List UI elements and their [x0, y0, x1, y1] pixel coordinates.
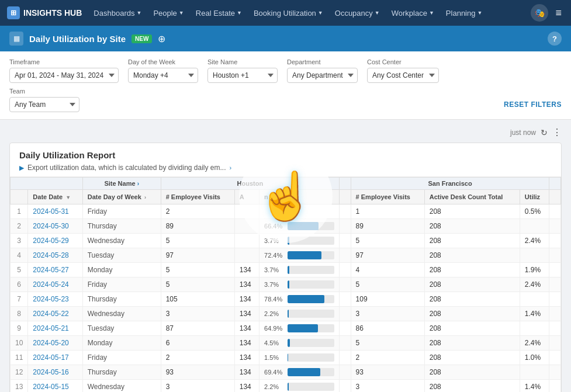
table-row: 12 2024-05-16 Thursday 93 134 69.4% 93 2… [11, 365, 561, 380]
row-houston-visits: 97 [161, 248, 234, 263]
row-sf-desk: 208 [424, 336, 520, 351]
row-sf-visits: 109 [351, 292, 424, 307]
row-houston-active [234, 219, 259, 234]
more-options-button[interactable]: ⋮ [552, 127, 562, 138]
th-houston-active[interactable]: A [234, 190, 259, 204]
row-sf-visits: 2 [351, 351, 424, 365]
row-day: Tuesday [82, 321, 161, 336]
row-utiliz [520, 321, 549, 336]
row-end [549, 321, 561, 336]
row-utiliz: 1.9% [520, 263, 549, 277]
day-select[interactable]: Monday +4 [128, 68, 198, 83]
th-houston-visits[interactable]: # Employee Visits [161, 190, 234, 204]
th-date[interactable]: Date Date ▼ [28, 190, 82, 204]
row-sf-desk: 208 [424, 307, 520, 321]
nav-booking-utilization[interactable]: Booking Utilization ▼ [249, 6, 328, 20]
export-row[interactable]: ▶ Export utilization data, which is calc… [19, 164, 552, 172]
row-num: 6 [11, 277, 28, 292]
row-end [549, 263, 561, 277]
row-houston-active: 134 [234, 292, 259, 307]
nav-planning[interactable]: Planning ▼ [441, 6, 487, 20]
row-houston-active [234, 204, 259, 219]
row-houston-active: 134 [234, 351, 259, 365]
row-date[interactable]: 2024-05-31 [28, 204, 82, 219]
row-date[interactable]: 2024-05-16 [28, 365, 82, 380]
row-utiliz [520, 219, 549, 234]
row-date[interactable]: 2024-05-27 [28, 263, 82, 277]
row-date[interactable]: 2024-05-21 [28, 321, 82, 336]
row-houston-rate: 4.5% [259, 336, 340, 351]
row-num: 13 [11, 380, 28, 393]
row-houston-rate: 3.7% [259, 263, 340, 277]
row-date[interactable]: 2024-05-15 [28, 380, 82, 393]
row-sf-desk: 208 [424, 380, 520, 393]
col-group-site-name: Site Name › [82, 178, 161, 190]
row-day: Friday [82, 204, 161, 219]
nav-icons: 🎭 ≡ [531, 4, 564, 22]
table-row: 10 2024-05-20 Monday 6 134 4.5% 5 208 2.… [11, 336, 561, 351]
row-houston-rate: 78.4% [259, 292, 340, 307]
department-filter: Department Any Department [287, 58, 358, 83]
row-date[interactable]: 2024-05-30 [28, 219, 82, 234]
row-sf-desk: 208 [424, 219, 520, 234]
site-select[interactable]: Houston +1 [207, 68, 278, 83]
th-sf-utiliz[interactable]: Utiliz [520, 190, 549, 204]
row-houston-active: 134 [234, 263, 259, 277]
th-sf-visits[interactable]: # Employee Visits [351, 190, 424, 204]
th-day[interactable]: Date Day of Week › [82, 190, 161, 204]
row-mid [340, 336, 351, 351]
dept-select[interactable]: Any Department [287, 68, 358, 83]
hamburger-menu[interactable]: ≡ [553, 5, 564, 22]
refresh-button[interactable]: ↻ [541, 128, 548, 137]
nav-people-arrow: ▼ [179, 10, 184, 16]
row-end [549, 219, 561, 234]
row-sf-desk: 208 [424, 248, 520, 263]
row-mid [340, 248, 351, 263]
row-date[interactable]: 2024-05-24 [28, 277, 82, 292]
row-date[interactable]: 2024-05-20 [28, 336, 82, 351]
nav-occupancy-arrow: ▼ [375, 10, 380, 16]
table-row: 4 2024-05-28 Tuesday 97 72.4% 97 208 [11, 248, 561, 263]
row-day: Monday [82, 263, 161, 277]
nav-occupancy[interactable]: Occupancy ▼ [330, 6, 385, 20]
row-num: 4 [11, 248, 28, 263]
col-group-mid [340, 178, 351, 190]
nav-planning-arrow: ▼ [477, 10, 482, 16]
timeframe-label: Timeframe [9, 58, 119, 65]
row-houston-active: 134 [234, 336, 259, 351]
timeframe-select[interactable]: Apr 01, 2024 - May 31, 2024 [9, 68, 119, 83]
row-date[interactable]: 2024-05-17 [28, 351, 82, 365]
nav-people[interactable]: People ▼ [148, 6, 188, 20]
nav-dashboards[interactable]: Dashboards ▼ [89, 6, 146, 20]
profile-icon-button[interactable]: 🎭 [531, 4, 548, 22]
th-houston-rate[interactable]: n Rate(%) [259, 190, 340, 204]
nav-real-estate[interactable]: Real Estate ▼ [191, 6, 247, 20]
row-end [549, 351, 561, 365]
brand-icon: ⊞ [7, 6, 20, 19]
row-sf-desk: 208 [424, 204, 520, 219]
day-of-week-filter: Day of the Week Monday +4 [128, 58, 198, 83]
th-mid-spacer [340, 190, 351, 204]
row-houston-active: 134 [234, 277, 259, 292]
row-num: 12 [11, 365, 28, 380]
row-date[interactable]: 2024-05-23 [28, 292, 82, 307]
row-houston-rate: 2.2% [259, 307, 340, 321]
row-houston-visits: 5 [161, 277, 234, 292]
help-button[interactable]: ? [548, 32, 562, 46]
add-to-dashboard-icon[interactable]: ⊕ [158, 33, 165, 44]
cost-select[interactable]: Any Cost Center [367, 68, 439, 83]
row-houston-active [234, 234, 259, 248]
row-date[interactable]: 2024-05-22 [28, 307, 82, 321]
row-houston-visits: 6 [161, 336, 234, 351]
th-sf-desk[interactable]: Active Desk Count Total [424, 190, 520, 204]
row-day: Wednesday [82, 380, 161, 393]
row-sf-desk: 208 [424, 292, 520, 307]
team-select[interactable]: Any Team [9, 97, 79, 112]
reset-filters-button[interactable]: RESET FILTERS [504, 97, 562, 112]
brand-logo[interactable]: ⊞ INSIGHTS HUB [7, 6, 82, 19]
row-sf-visits: 3 [351, 380, 424, 393]
row-date[interactable]: 2024-05-28 [28, 248, 82, 263]
row-day: Monday [82, 336, 161, 351]
row-date[interactable]: 2024-05-29 [28, 234, 82, 248]
nav-workplace[interactable]: Workplace ▼ [387, 6, 439, 20]
